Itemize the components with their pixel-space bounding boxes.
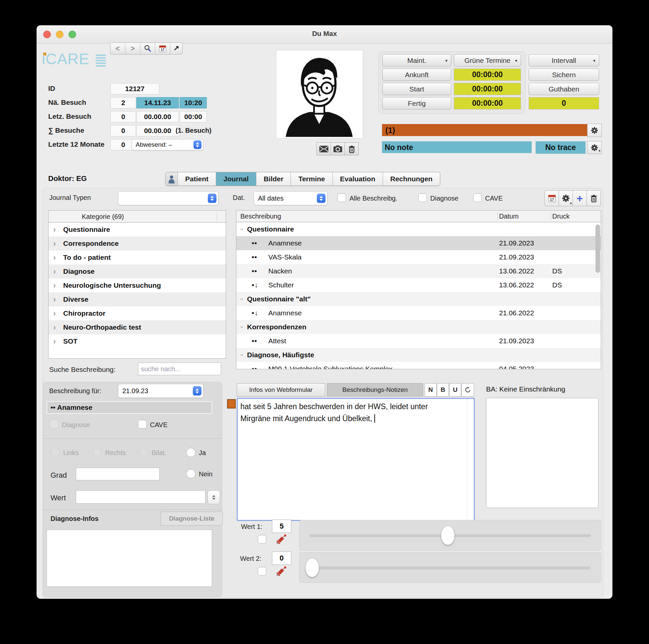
wert2-slider[interactable]	[299, 552, 601, 583]
journal-entry-row[interactable]: ••Attest21.09.2023	[236, 334, 601, 348]
col-druck[interactable]: Druck	[552, 210, 569, 222]
trash-icon[interactable]	[345, 143, 358, 155]
scrollbar[interactable]	[596, 223, 600, 368]
chevron-right-icon[interactable]: ›	[53, 334, 56, 348]
mail-icon[interactable]	[317, 143, 331, 155]
category-row[interactable]: ›Neuro-Orthopaedic test	[49, 320, 226, 334]
trace-gear-button[interactable]: ▾	[587, 141, 602, 154]
trace-button[interactable]: No trace	[535, 141, 586, 154]
diagnose-liste-button[interactable]: Diagnose-Liste	[161, 512, 223, 526]
journal-entry-row[interactable]: •↓Anamnese21.06.2022	[236, 306, 601, 320]
jump-arrow-icon[interactable]: ↗	[170, 43, 182, 54]
journal-entry-row[interactable]: ••Anamnese21.09.2023	[236, 236, 601, 250]
tab-rechnungen[interactable]: Rechnungen	[383, 172, 440, 186]
tab-patient[interactable]: Patient	[178, 172, 216, 186]
tab-bilder[interactable]: Bilder	[256, 172, 291, 186]
gear-menu-button[interactable]: ▾	[559, 191, 573, 206]
add-entry-button[interactable]: +	[573, 191, 587, 206]
category-row[interactable]: ›Diverse	[49, 292, 226, 306]
col-datum[interactable]: Datum	[499, 210, 519, 222]
camera-icon[interactable]	[331, 143, 345, 155]
category-row[interactable]: ›Correspondence	[49, 237, 226, 250]
format-n-button[interactable]: N	[425, 383, 437, 397]
journal-group-row[interactable]: ›Korrespondenzen	[236, 320, 601, 334]
wert-input[interactable]	[76, 490, 206, 504]
diagnose-filter-checkbox[interactable]	[418, 193, 427, 202]
notes-textarea[interactable]: hat seit 5 Jahren beschwerden in der HWS…	[237, 398, 475, 521]
wert1-input[interactable]	[272, 520, 291, 533]
wert2-input[interactable]	[272, 552, 291, 565]
category-row[interactable]: ›Diagnose	[49, 265, 226, 278]
maint-menu-button[interactable]: Maint.▾	[382, 54, 451, 67]
category-row[interactable]: ›Chiropractor	[49, 306, 226, 320]
chevron-right-icon[interactable]: ›	[53, 292, 56, 306]
tab-patient-icon[interactable]	[166, 172, 178, 186]
tab-journal[interactable]: Journal	[216, 172, 256, 186]
cave-checkbox[interactable]	[138, 420, 146, 429]
syringe-icon[interactable]	[275, 533, 287, 546]
start-button[interactable]: Start	[382, 83, 451, 95]
category-row[interactable]: ›Neurologische Untersuchung	[49, 278, 226, 292]
alle-beschreibg-checkbox[interactable]	[338, 193, 346, 202]
beschreibung-date-select[interactable]: 21.09.23	[118, 384, 204, 398]
tab-beschreibungs-notizen[interactable]: Beschreibungs-Notizen	[327, 383, 423, 397]
ba-textarea[interactable]	[486, 398, 599, 508]
journal-group-row[interactable]: ›Questionnaire	[236, 222, 601, 236]
scrollbar-thumb[interactable]	[596, 225, 600, 273]
category-row[interactable]: ›To do - patient	[49, 250, 226, 265]
wert-stepper[interactable]	[208, 490, 220, 504]
category-row[interactable]: ›Questionnaire	[49, 223, 226, 237]
note-bar[interactable]: No note	[382, 141, 532, 153]
category-row[interactable]: ›SOT	[49, 334, 226, 348]
fertig-button[interactable]: Fertig	[382, 97, 451, 110]
format-u-button[interactable]: U	[449, 383, 461, 397]
ja-radio[interactable]	[186, 448, 196, 457]
search-icon[interactable]	[140, 43, 155, 54]
chevron-right-icon[interactable]: ›	[53, 306, 56, 320]
chevron-right-icon[interactable]: ›	[53, 250, 56, 265]
alert-bar[interactable]: (1)	[382, 124, 588, 136]
tab-infos-webformular[interactable]: Infos von Webformular	[237, 383, 325, 397]
grad-input[interactable]	[76, 468, 160, 480]
cave-filter-checkbox[interactable]	[473, 193, 482, 202]
wert1-checkbox[interactable]	[258, 535, 266, 544]
alert-gear-button[interactable]	[587, 124, 602, 137]
wert2-checkbox[interactable]	[258, 567, 266, 575]
abwesend-select[interactable]: Abwesend: –	[131, 139, 204, 150]
journal-entry-row[interactable]: ••VAS-Skala21.09.2023	[236, 250, 601, 264]
gruene-termine-menu-button[interactable]: Grüne Termine▾	[454, 54, 521, 67]
journal-group-row[interactable]: ›Diagnose, Häufigste	[236, 348, 601, 362]
format-b-button[interactable]: B	[437, 383, 449, 397]
guthaben-button[interactable]: Guthaben	[529, 83, 599, 95]
wert1-slider[interactable]	[299, 520, 601, 551]
sichern-button[interactable]: Sichern	[529, 69, 599, 81]
category-header[interactable]: Kategorie (69)	[49, 210, 226, 223]
refresh-button[interactable]	[462, 383, 474, 397]
journal-group-row[interactable]: ›Questionnaire "alt"	[236, 292, 601, 306]
back-button[interactable]: <	[111, 43, 125, 54]
slider-track[interactable]	[309, 566, 591, 569]
search-input[interactable]	[138, 363, 221, 375]
col-beschreibung[interactable]: Beschreibung	[241, 210, 281, 222]
slider-thumb[interactable]	[441, 526, 455, 545]
date-filter-select[interactable]: All dates	[254, 191, 328, 205]
chevron-right-icon[interactable]: ›	[53, 278, 56, 292]
journal-typen-select[interactable]	[118, 191, 218, 205]
syringe-icon[interactable]	[275, 565, 287, 577]
delete-entry-button[interactable]	[587, 191, 600, 206]
chevron-right-icon[interactable]: ›	[53, 223, 56, 237]
ankunft-button[interactable]: Ankunft	[382, 69, 451, 81]
nein-radio[interactable]	[186, 469, 196, 478]
tab-termine[interactable]: Termine	[291, 172, 333, 186]
journal-entry-row[interactable]: ••Nacken13.06.2022DS	[236, 264, 601, 278]
intervall-menu-button[interactable]: Intervall▾	[529, 54, 599, 67]
tab-evaluation[interactable]: Evaluation	[333, 172, 383, 186]
forward-button[interactable]: >	[125, 43, 140, 54]
chevron-right-icon[interactable]: ›	[53, 237, 56, 250]
diagnose-infos-textarea[interactable]	[47, 530, 212, 587]
journal-entry-row[interactable]: •↓Schulter13.06.2022DS	[236, 278, 601, 292]
calendar-icon[interactable]: 17	[545, 191, 559, 206]
chevron-right-icon[interactable]: ›	[53, 320, 56, 334]
chevron-right-icon[interactable]: ›	[53, 265, 56, 278]
calendar-icon[interactable]: 17	[155, 43, 170, 54]
